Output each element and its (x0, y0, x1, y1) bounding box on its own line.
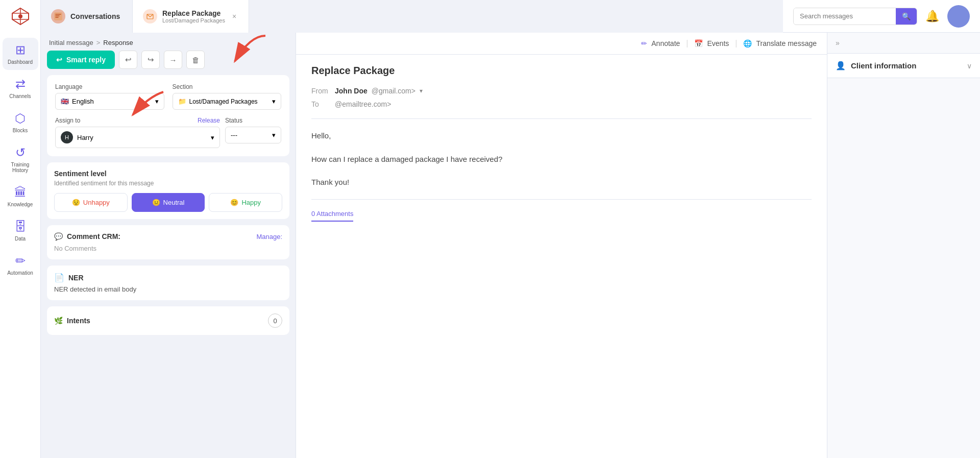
events-icon: 📅 (694, 39, 703, 47)
status-select[interactable]: --- ▾ (225, 127, 281, 143)
sentiment-buttons: 😟 Unhappy 😐 Neutral 😊 Happy (54, 193, 282, 212)
expand-area: » (827, 33, 980, 54)
status-group: Status --- ▾ (225, 117, 281, 143)
forward-button[interactable]: → (164, 51, 182, 69)
svg-rect-2 (54, 12, 62, 20)
language-select[interactable]: 🇬🇧 English ▾ (55, 93, 164, 110)
from-label: From (311, 87, 327, 95)
sentiment-neutral-button[interactable]: 😐 Neutral (132, 193, 205, 212)
undo-button[interactable]: ↩ (119, 51, 137, 69)
sentiment-unhappy-button[interactable]: 😟 Unhappy (54, 193, 128, 212)
release-link[interactable]: Release (198, 117, 220, 124)
email-greeting: Hello, (311, 129, 812, 142)
right-panel: » 👤 Client information ∨ (827, 33, 980, 458)
to-value: @emailtree.com> (335, 100, 391, 108)
language-flag: 🇬🇧 (61, 98, 69, 105)
tab-close-button[interactable]: × (230, 11, 238, 21)
client-info-user-icon: 👤 (836, 61, 846, 70)
assign-user: Harry (77, 134, 93, 141)
redo-back-button[interactable]: ↪ (141, 51, 160, 69)
from-value: John Doe @gmail.com> ▾ (335, 87, 423, 95)
undo-icon: ↩ (125, 55, 132, 64)
sidebar-item-channels[interactable]: ⇄ Channels (3, 72, 38, 104)
search-button[interactable]: 🔍 (896, 8, 917, 25)
channels-icon: ⇄ (15, 77, 26, 91)
search-input[interactable] (794, 8, 896, 24)
language-label: Language (55, 83, 164, 90)
sentiment-happy-button[interactable]: 😊 Happy (209, 193, 282, 212)
redo-back-icon: ↪ (148, 55, 154, 64)
to-label: To (311, 100, 327, 108)
email-body-divider (311, 199, 812, 200)
ner-icon: 📄 (54, 273, 64, 282)
events-label[interactable]: Events (707, 39, 729, 47)
sidebar-item-knowledge[interactable]: 🏛 Knowledge (3, 180, 38, 212)
section-group: Section 📁 Lost/Damaged Packages ▾ (173, 83, 282, 110)
email-area: ✏ Annotate | 📅 Events | 🌐 Translate mess… (296, 33, 827, 458)
tab-conversations[interactable]: Conversations (41, 0, 133, 33)
assign-caret: ▾ (211, 134, 214, 141)
email-from-row: From John Doe @gmail.com> ▾ (311, 87, 812, 95)
language-value: English (72, 98, 94, 105)
attachments-label: 0 Attachments (311, 210, 353, 218)
language-caret: ▾ (155, 98, 159, 105)
assign-select[interactable]: H Harry ▾ (55, 127, 220, 148)
delete-button[interactable]: 🗑 (186, 51, 205, 69)
attachments-tab[interactable]: 0 Attachments (311, 210, 353, 222)
svg-point-1 (18, 14, 22, 18)
logo-area (0, 0, 41, 33)
breadcrumb-active: Response (103, 39, 133, 46)
forward-icon: → (169, 56, 177, 64)
from-caret[interactable]: ▾ (420, 87, 423, 94)
expand-button[interactable]: » (836, 39, 840, 47)
left-panel: Initial message > Response ↩ Smart reply… (41, 33, 296, 458)
user-avatar[interactable] (947, 5, 970, 28)
tab-replace-package[interactable]: Replace Package Lost/Damaged Packages × (133, 0, 249, 33)
sidebar-item-training[interactable]: ↺ Training History (3, 140, 38, 178)
smart-reply-button[interactable]: ↩ Smart reply (47, 51, 115, 69)
search-area: 🔍 🔔 (783, 5, 980, 28)
translate-label[interactable]: Translate message (756, 39, 817, 47)
client-info-header[interactable]: 👤 Client information ∨ (827, 54, 980, 78)
manage-link[interactable]: Manage: (256, 233, 282, 240)
email-toolbar: ✏ Annotate | 📅 Events | 🌐 Translate mess… (296, 33, 827, 55)
section-value: Lost/Damaged Packages (189, 98, 258, 105)
crm-header: 💬 Comment CRM: Manage: (54, 232, 282, 240)
section-select[interactable]: 📁 Lost/Damaged Packages ▾ (173, 93, 282, 110)
assign-to-label: Assign to (55, 117, 80, 124)
intents-left: 🌿 Intents (54, 317, 90, 325)
crm-section: 💬 Comment CRM: Manage: No Comments (47, 225, 289, 259)
conversations-icon (51, 9, 65, 23)
intents-section: 🌿 Intents 0 (47, 306, 289, 335)
language-group: Language 🇬🇧 English ▾ (55, 83, 164, 110)
crm-icon: 💬 (54, 232, 63, 240)
breadcrumb-initial: Initial message (49, 39, 93, 46)
email-question: How can I replace a damaged package I ha… (311, 153, 812, 166)
language-section-card: Language 🇬🇧 English ▾ Section (47, 75, 289, 156)
client-info-left: 👤 Client information (836, 61, 916, 70)
ner-description: NER detected in email body (54, 285, 282, 293)
sidebar-item-automation[interactable]: ✏ Automation (3, 249, 38, 281)
status-caret: ▾ (272, 131, 276, 139)
tabs-area: Conversations Replace Package Lost/Damag… (41, 0, 783, 33)
training-icon: ↺ (15, 146, 26, 160)
panel-content: Language 🇬🇧 English ▾ Section (41, 75, 296, 335)
status-value: --- (231, 131, 237, 139)
automation-icon: ✏ (15, 254, 26, 268)
harry-avatar: H (61, 131, 73, 143)
client-info-label: Client information (851, 61, 916, 70)
email-meta: From John Doe @gmail.com> ▾ To @emailtre… (311, 87, 812, 108)
ner-section: 📄 NER NER detected in email body (47, 266, 289, 300)
dashboard-icon: ⊞ (15, 43, 26, 57)
sidebar-item-data[interactable]: 🗄 Data (3, 214, 38, 247)
notification-icon[interactable]: 🔔 (925, 10, 939, 23)
ner-header: 📄 NER (54, 273, 282, 282)
to-email: @emailtree.com> (335, 100, 391, 108)
happy-icon: 😊 (230, 199, 238, 206)
search-box: 🔍 (793, 8, 917, 25)
annotate-label[interactable]: Annotate (651, 39, 680, 47)
sidebar-item-blocks[interactable]: ⬡ Blocks (3, 106, 38, 138)
sidebar-item-dashboard[interactable]: ⊞ Dashboard (3, 38, 38, 70)
ner-title: NER (68, 274, 84, 282)
from-email: @gmail.com> (372, 87, 415, 95)
